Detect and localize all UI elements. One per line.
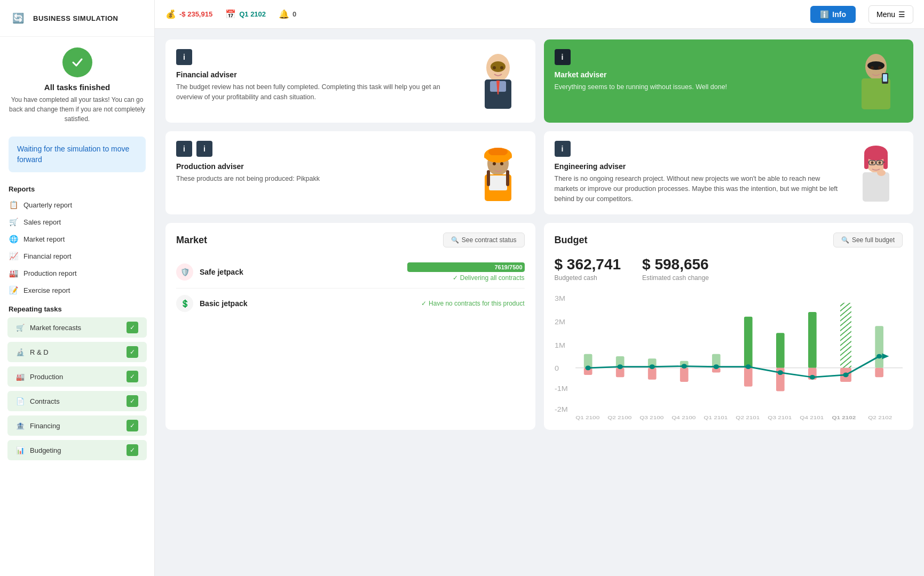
production-adviser-avatar — [471, 141, 525, 205]
financial-adviser-text: The budget review has not been fully com… — [176, 82, 465, 102]
main-content: 💰 -$ 235,915 📅 Q1 2102 🔔 0 ℹ️ Info Menu … — [155, 0, 924, 576]
see-contract-status-button[interactable]: 🔍 See contract status — [443, 233, 525, 247]
menu-button[interactable]: Menu ☰ — [868, 5, 913, 23]
progress-label: 7619/7500 — [495, 264, 523, 270]
repeating-tasks: 🛒 Market forecasts ✓ 🔬 R & D ✓ 🏭 Product… — [0, 316, 154, 461]
quarterly-icon: 📋 — [9, 201, 18, 209]
info-icon: ℹ️ — [820, 10, 829, 19]
production-task-icon: 🏭 — [16, 373, 25, 381]
basic-jetpack-name: Basic jetpack — [200, 299, 415, 308]
safe-jetpack-name: Safe jetpack — [200, 268, 401, 276]
sales-icon: 🛒 — [9, 218, 18, 226]
calendar-icon: 📅 — [225, 9, 236, 19]
financial-adviser-card: i Financial adviser The budget review ha… — [165, 39, 535, 123]
status-title: All tasks finished — [44, 83, 110, 92]
safe-jetpack-progress: 7619/7500 — [407, 262, 525, 272]
svg-text:Q4 2101: Q4 2101 — [800, 414, 824, 420]
task-budgeting[interactable]: 📊 Budgeting ✓ — [7, 440, 147, 460]
task-done-badge: ✓ — [127, 371, 138, 382]
sidebar-header: 🔄 BUSINESS SIMULATION — [0, 9, 154, 37]
svg-point-68 — [681, 364, 686, 369]
budget-title: Budget — [555, 235, 588, 246]
svg-rect-25 — [863, 172, 889, 202]
svg-rect-63 — [875, 326, 883, 368]
svg-text:1M: 1M — [555, 342, 565, 349]
adviser-row-1: i Financial adviser The budget review ha… — [165, 39, 913, 123]
see-full-budget-button[interactable]: 🔍 See full budget — [833, 233, 903, 247]
production-adviser-name: Production adviser — [176, 162, 465, 171]
nav-financial-report[interactable]: 📈 Financial report — [0, 247, 154, 265]
estimated-change-label: Estimated cash change — [642, 274, 709, 282]
financial-adviser-name: Financial adviser — [176, 70, 465, 79]
safe-jetpack-status: 7619/7500 ✓ Delivering all contracts — [407, 262, 525, 282]
nav-exercise-report[interactable]: 📝 Exercise report — [0, 282, 154, 299]
svg-point-73 — [843, 373, 848, 378]
task-done-badge: ✓ — [127, 395, 138, 407]
svg-marker-75 — [882, 354, 889, 359]
content-area: i Financial adviser The budget review ha… — [155, 29, 924, 576]
market-title: Market — [176, 235, 207, 246]
svg-point-2 — [491, 61, 506, 72]
bell-icon: 🔔 — [279, 9, 289, 19]
task-done-badge: ✓ — [127, 322, 138, 333]
info-badge: i — [555, 141, 571, 157]
budgeting-icon: 📊 — [16, 446, 25, 454]
budgeted-cash: $ 362,741 Budgeted cash — [555, 256, 621, 282]
nav-sales-report[interactable]: 🛒 Sales report — [0, 213, 154, 230]
safe-jetpack-icon: 🛡️ — [176, 263, 193, 281]
svg-rect-55 — [744, 368, 752, 387]
financial-adviser-avatar — [471, 49, 525, 113]
svg-point-35 — [879, 162, 881, 164]
svg-text:Q1 2100: Q1 2100 — [575, 414, 599, 420]
search-icon: 🔍 — [841, 236, 849, 244]
svg-text:Q3 2101: Q3 2101 — [768, 414, 792, 420]
product-row-basic-jetpack: 💲 Basic jetpack ✓ Have no contracts for … — [176, 289, 525, 318]
task-done-badge: ✓ — [127, 444, 138, 456]
svg-point-34 — [871, 162, 874, 164]
market-icon: 🌐 — [9, 235, 18, 243]
waiting-box: Waiting for the simulation to move forwa… — [9, 137, 146, 172]
svg-point-67 — [649, 364, 654, 369]
estimated-change-amount: $ 598,656 — [642, 256, 709, 273]
svg-text:Q2 2102: Q2 2102 — [868, 414, 892, 420]
svg-point-74 — [876, 354, 881, 359]
svg-rect-56 — [776, 333, 784, 367]
nav-market-report[interactable]: 🌐 Market report — [0, 230, 154, 247]
info-badge: i — [555, 49, 571, 65]
nav-production-report[interactable]: 🏭 Production report — [0, 265, 154, 282]
engineering-adviser-card: i Engineering adviser There is no ongoin… — [544, 131, 914, 214]
svg-point-10 — [871, 66, 874, 69]
task-contracts[interactable]: 📄 Contracts ✓ — [7, 391, 147, 411]
financing-icon: 🏦 — [16, 422, 25, 430]
nav-quarterly-report[interactable]: 📋 Quarterly report — [0, 196, 154, 213]
info-badge: i — [176, 141, 192, 157]
safe-jetpack-delivering: ✓ Delivering all contracts — [453, 274, 525, 282]
svg-text:3M: 3M — [555, 295, 565, 302]
balance-item: 💰 -$ 235,915 — [165, 9, 212, 19]
task-financing[interactable]: 🏦 Financing ✓ — [7, 415, 147, 436]
bottom-row: Market 🔍 See contract status 🛡️ Safe jet… — [165, 223, 913, 430]
svg-rect-58 — [808, 312, 817, 368]
task-rd[interactable]: 🔬 R & D ✓ — [7, 342, 147, 362]
info-button[interactable]: ℹ️ Info — [810, 6, 856, 23]
svg-rect-47 — [615, 368, 624, 377]
engineering-adviser-name: Engineering adviser — [555, 162, 843, 171]
svg-rect-64 — [875, 368, 883, 377]
sidebar: 🔄 BUSINESS SIMULATION All tasks finished… — [0, 0, 155, 576]
svg-text:-1M: -1M — [555, 386, 568, 393]
task-done-badge: ✓ — [127, 420, 138, 431]
task-market-forecasts[interactable]: 🛒 Market forecasts ✓ — [7, 317, 147, 338]
info-badge: i — [176, 49, 192, 65]
svg-rect-22 — [487, 170, 490, 186]
market-forecasts-icon: 🛒 — [16, 324, 25, 332]
svg-point-9 — [867, 61, 884, 70]
reports-section-label: Reports — [0, 179, 154, 196]
svg-rect-61 — [840, 303, 851, 368]
task-production[interactable]: 🏭 Production ✓ — [7, 366, 147, 387]
notification-item: 🔔 0 — [279, 9, 296, 19]
status-description: You have completed all your tasks! You c… — [9, 95, 146, 124]
balance-icon: 💰 — [165, 9, 176, 19]
svg-text:Q4 2100: Q4 2100 — [672, 414, 696, 420]
svg-point-11 — [878, 66, 881, 69]
search-icon: 🔍 — [451, 236, 459, 244]
